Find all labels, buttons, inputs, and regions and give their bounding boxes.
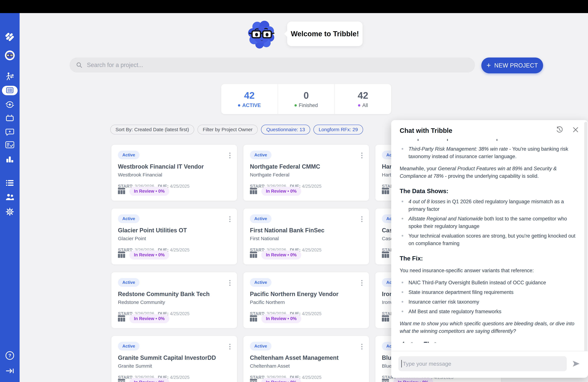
grid-view-icon	[250, 379, 257, 382]
sync-icon	[5, 100, 14, 110]
project-title: Redstone Community Bank Tech	[118, 291, 231, 297]
text-segment: Want me to show you which specific quest…	[400, 321, 574, 334]
grid-view-icon	[382, 188, 389, 194]
sidebar-item-team[interactable]	[0, 193, 20, 201]
card-menu-button[interactable]	[228, 152, 231, 159]
chat-bullet: State insurance department filing requir…	[400, 289, 577, 296]
grid-view-icon	[118, 315, 125, 321]
grid-view-icon	[250, 315, 257, 322]
sidebar-item-tasks[interactable]	[0, 141, 20, 149]
card-footer: In Review • 0%	[118, 187, 169, 196]
status-badge: Active	[118, 151, 140, 159]
filter-chip[interactable]: Longform RFx: 29	[314, 125, 363, 134]
sidebar-item-list[interactable]	[0, 179, 20, 187]
chat-feedback-row: 00	[400, 340, 577, 343]
filter-chip[interactable]: Filter by Project Owner	[197, 125, 258, 134]
grid-view-icon	[382, 379, 389, 382]
project-title: Northgate Federal CMMC	[250, 163, 362, 170]
card-menu-button[interactable]	[228, 343, 231, 350]
thumbs-up-button[interactable]	[400, 341, 406, 343]
project-title: Westbrook Financial IT Vendor	[118, 163, 231, 170]
send-button[interactable]	[571, 359, 581, 368]
sidebar-item-logout[interactable]	[0, 367, 20, 375]
thumbs-down-icon	[423, 341, 430, 343]
project-client: Pacific Northern	[250, 299, 362, 305]
text-segment: State insurance department filing requir…	[408, 289, 514, 295]
project-title: Glacier Point Utilities OT	[118, 227, 231, 234]
filter-bar: Sort By: Created Date (latest first)Filt…	[110, 125, 363, 134]
text-segment: - proving the underlying capability is s…	[444, 173, 539, 179]
project-card[interactable]: ActiveGlacier Point Utilities OTGlacier …	[111, 208, 237, 265]
status-badge: Active	[118, 342, 140, 350]
sidebar-item-help[interactable]: ?	[0, 351, 20, 361]
sidebar-item-sync[interactable]	[0, 100, 20, 110]
stat-label: Finished	[294, 103, 318, 108]
grid-view-icon	[382, 379, 389, 382]
card-menu-button[interactable]	[360, 279, 363, 287]
grid-view-icon	[250, 379, 257, 382]
status-badge: Active	[250, 151, 272, 159]
mascot-avatar	[5, 50, 15, 61]
sidebar-item-calendar[interactable]	[0, 114, 20, 123]
project-card[interactable]: ActiveCheltenham Asset ManagementChelten…	[243, 336, 369, 382]
thumbs-up-count: 0	[410, 340, 413, 343]
chat-bullet: Insurance carrier risk taxonomy	[400, 298, 577, 306]
grid-view-icon	[250, 315, 257, 321]
chat-section-heading: The Fix:	[400, 255, 577, 262]
stat-finished[interactable]: 0Finished	[278, 84, 335, 114]
stat-all[interactable]: 42All	[334, 84, 391, 114]
stat-active[interactable]: 42ACTIVE	[221, 84, 278, 114]
chat-message-input[interactable]	[403, 361, 567, 367]
project-client: Northgate Federal	[250, 172, 362, 178]
chat-paragraph: Want me to show you which specific quest…	[400, 320, 577, 335]
text-segment: The Data Shows:	[400, 188, 448, 194]
filter-chip[interactable]: Questionnaire: 13	[261, 125, 310, 134]
stat-label: ACTIVE	[238, 103, 261, 108]
search-input[interactable]	[87, 62, 475, 68]
new-project-button[interactable]: + NEW PROJECT	[481, 58, 543, 73]
sidebar-item-projects[interactable]	[0, 86, 20, 95]
project-card[interactable]: ActiveNorthgate Federal CMMCNorthgate Fe…	[243, 145, 369, 201]
card-footer: In Review • 0%	[118, 378, 169, 382]
chat-input-bar	[391, 351, 588, 378]
chat-history-button[interactable]	[555, 125, 564, 134]
sidebar-item-assistant[interactable]	[0, 50, 20, 61]
chat-scrollbar[interactable]	[584, 122, 588, 354]
card-menu-button[interactable]	[228, 279, 231, 287]
sidebar-item-home[interactable]	[0, 31, 20, 43]
project-card[interactable]: ActivePacific Northern Energy VendorPaci…	[243, 272, 369, 328]
sidebar-item-chat[interactable]	[0, 127, 20, 137]
chat-bullet: AM Best and state regulatory frameworks	[400, 308, 577, 315]
chat-close-button[interactable]	[572, 126, 580, 134]
sidebar-item-analytics[interactable]	[0, 155, 20, 164]
tribble-logo	[4, 31, 15, 43]
project-card[interactable]: ActiveRedstone Community Bank TechRedsto…	[111, 272, 237, 328]
sidebar-item-handoff[interactable]	[0, 72, 20, 82]
thumbs-down-button[interactable]	[423, 341, 430, 343]
text-segment: You need insurance-specific answer varia…	[400, 268, 534, 273]
stat-value: 0	[303, 90, 309, 101]
chat-icon	[5, 127, 14, 137]
text-segment: Third-Party Risk Management: 38% win rat…	[408, 146, 508, 152]
chat-section-heading: The Data Shows:	[400, 187, 577, 195]
project-card[interactable]: ActiveGranite Summit Capital InvestorDDG…	[111, 336, 237, 382]
project-card[interactable]: ActiveWestbrook Financial IT VendorWestb…	[111, 145, 237, 201]
chat-paragraph: You need insurance-specific answer varia…	[400, 267, 577, 274]
filter-chip[interactable]: Sort By: Created Date (latest first)	[110, 125, 194, 134]
stat-value: 42	[244, 90, 255, 101]
chat-bullet: Your technical evaluation scores are str…	[400, 232, 577, 247]
project-card[interactable]: ActiveFirst National Bank FinSecFirst Na…	[243, 208, 369, 265]
grid-view-icon	[250, 188, 257, 194]
status-badge: Active	[250, 278, 272, 287]
chat-paragraph: Meanwhile, your General Product Features…	[400, 165, 577, 180]
card-menu-button[interactable]	[360, 152, 363, 159]
sidebar-item-settings[interactable]	[0, 207, 20, 217]
card-menu-button[interactable]	[228, 215, 231, 223]
card-menu-button[interactable]	[360, 343, 363, 350]
card-menu-button[interactable]	[360, 215, 363, 223]
project-client: Redstone Community	[118, 299, 231, 305]
review-status-badge: In Review • 0%	[129, 314, 169, 323]
text-segment: The Fix:	[400, 255, 423, 262]
status-badge: Active	[250, 342, 272, 350]
logout-icon	[5, 367, 14, 375]
